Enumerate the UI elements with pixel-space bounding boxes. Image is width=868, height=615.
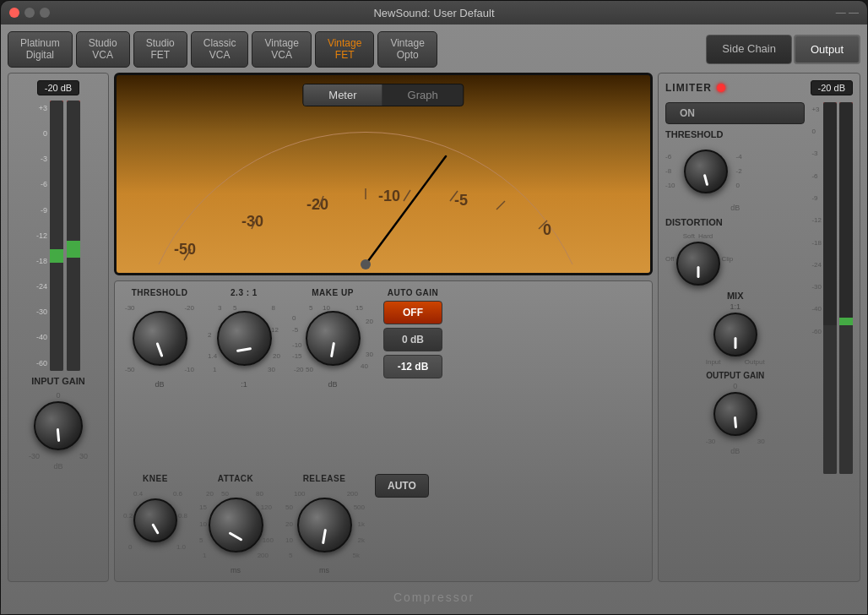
knee-knob[interactable]	[133, 498, 177, 542]
vu-arc-svg: -50 -30 -20 -10 -5 0	[117, 104, 615, 273]
main-window: NewSound: User Default — — PlatinumDigit…	[0, 0, 868, 615]
side-chain-button[interactable]: Side Chain	[706, 35, 792, 64]
input-gain-knob[interactable]	[34, 401, 83, 450]
threshold-control: THRESHOLD -30 -20 -50 -10	[122, 288, 198, 389]
titlebar: NewSound: User Default — —	[1, 1, 867, 24]
auto-gain-off-btn[interactable]: OFF	[383, 301, 442, 324]
input-meter-wrapper: +3 0 -3 -6 -9 -12 -18 -24 -30 -40 -60	[36, 101, 80, 371]
vu-meter-tabs: Meter Graph	[302, 84, 464, 106]
svg-text:-5: -5	[454, 192, 468, 209]
svg-line-14	[366, 156, 446, 264]
attack-knob[interactable]	[209, 498, 263, 552]
output-button[interactable]: Output	[794, 35, 860, 64]
mix-label: MIX	[727, 291, 744, 301]
left-panel: -20 dB +3 0 -3 -6 -9 -12 -18 -24 -30 -40…	[8, 73, 109, 582]
right-meter-scale: +3 0 -3 -6 -9 -12 -18 -24 -30 -40 -60	[811, 102, 822, 339]
limiter-on-btn[interactable]: ON	[665, 102, 805, 124]
window-controls	[9, 8, 50, 18]
input-meter-scale: +3 0 -3 -6 -9 -12 -18 -24 -30 -40 -60	[36, 101, 47, 371]
threshold-label: THRESHOLD	[132, 288, 188, 297]
ratio-knob[interactable]	[217, 311, 272, 366]
center-panel: Meter Graph -50 -30 -20 -10 -5	[114, 73, 653, 582]
input-gain-badge: -20 dB	[37, 80, 79, 95]
auto-btn-wrap: AUTO	[375, 474, 429, 511]
tab-vintage-opto[interactable]: VintageOpto	[377, 31, 437, 68]
makeup-knob-wrap: 5 10 15 20 30 40 50 0 -5 -10	[290, 301, 375, 377]
knee-knob-wrap: 0.4 0.6 0.2 0.8 0 1.0	[122, 487, 189, 554]
top-controls-row: THRESHOLD -30 -20 -50 -10	[122, 288, 645, 467]
ratio-control: 2.3 : 1 3 5 8 12 20 30 2 1.4	[206, 288, 282, 389]
limiter-led	[717, 84, 725, 92]
tab-vintage-fet[interactable]: VintageFET	[315, 31, 374, 68]
knee-label: KNEE	[143, 474, 168, 483]
output-gain-section: OUTPUT GAIN 0 -30 30 dB	[665, 371, 805, 455]
release-control: RELEASE 100 200 500 1k 2k 5k 50 20	[282, 474, 366, 574]
makeup-label: MAKE UP	[312, 288, 354, 297]
vu-tab-graph[interactable]: Graph	[382, 84, 464, 106]
tab-vintage-vca[interactable]: VintageVCA	[252, 31, 311, 68]
distortion-label: DISTORTION	[665, 217, 805, 227]
mix-section: MIX 1:1 Input Output	[665, 291, 805, 366]
output-gain-knob[interactable]	[713, 392, 757, 436]
mix-knob[interactable]	[713, 313, 757, 356]
tab-classic-vca[interactable]: ClassicVCA	[191, 31, 249, 68]
minimize-btn[interactable]	[24, 8, 35, 18]
attack-label: ATTACK	[218, 474, 254, 483]
release-label: RELEASE	[303, 474, 346, 483]
release-knob[interactable]	[297, 498, 352, 552]
svg-line-12	[496, 201, 505, 210]
auto-gain-label: AUTO GAIN	[388, 288, 438, 297]
auto-gain-0db-btn[interactable]: 0 dB	[383, 328, 442, 351]
tab-platinum-digital[interactable]: PlatinumDigital	[8, 31, 73, 68]
bottom-controls-row: KNEE 0.4 0.6 0.2 0.8 0 1.0	[122, 474, 645, 574]
attack-knob-wrap: 20 50 80 120 160 200 15 10 5 1	[198, 487, 274, 563]
input-gain-knob-area: 0 -30 30 dB	[29, 391, 88, 471]
svg-text:-20: -20	[307, 196, 328, 213]
maximize-btn[interactable]	[40, 8, 50, 18]
right-meter-bar-r	[839, 102, 853, 474]
threshold-knob[interactable]	[133, 311, 187, 366]
attack-control: ATTACK 20 50 80 120 160 200 15 10	[198, 474, 274, 574]
close-btn[interactable]	[9, 8, 19, 18]
footer-label: Compressor	[8, 587, 860, 607]
controls-area: THRESHOLD -30 -20 -50 -10	[114, 280, 653, 582]
input-meter-bar-left	[50, 101, 63, 371]
controls-inner: THRESHOLD -30 -20 -50 -10	[122, 288, 645, 574]
side-chain-output: Side Chain Output	[706, 35, 860, 64]
ratio-knob-wrap: 3 5 8 12 20 30 2 1.4 1	[206, 301, 282, 377]
window-title: NewSound: User Default	[373, 7, 494, 19]
makeup-knob[interactable]	[306, 311, 361, 366]
preset-row: PlatinumDigital StudioVCA StudioFET Clas…	[8, 31, 860, 68]
distortion-knob[interactable]	[676, 242, 720, 286]
svg-text:-50: -50	[174, 241, 196, 258]
vu-tab-meter[interactable]: Meter	[303, 84, 382, 106]
threshold-knob-wrap: -30 -20 -50 -10	[122, 301, 198, 377]
input-gain-label: INPUT GAIN	[31, 376, 85, 386]
preset-tabs: PlatinumDigital StudioVCA StudioFET Clas…	[8, 31, 437, 68]
title-right-icon: — —	[836, 7, 859, 19]
content-area: -20 dB +3 0 -3 -6 -9 -12 -18 -24 -30 -40…	[8, 73, 860, 582]
limiter-threshold-label: THRESHOLD	[665, 129, 805, 139]
tab-studio-fet[interactable]: StudioFET	[133, 31, 187, 68]
right-meter-bar-l	[823, 102, 837, 474]
ratio-label: 2.3 : 1	[231, 288, 258, 297]
limiter-label: LIMITER	[665, 82, 712, 94]
svg-point-15	[361, 259, 371, 269]
release-knob-wrap: 100 200 500 1k 2k 5k 50 20 10 5	[282, 487, 366, 563]
input-meter-bar-right	[67, 101, 80, 371]
main-body: PlatinumDigital StudioVCA StudioFET Clas…	[1, 24, 867, 614]
svg-line-10	[404, 190, 410, 201]
vu-inner: Meter Graph -50 -30 -20 -10 -5	[117, 75, 650, 273]
makeup-control: MAKE UP 5 10 15 20 30 40 50 0	[290, 288, 375, 389]
auto-button[interactable]: AUTO	[375, 474, 429, 498]
right-panel: LIMITER -20 dB ON THRESHOLD -6	[658, 73, 860, 582]
auto-gain-12db-btn[interactable]: -12 dB	[383, 355, 442, 378]
right-meter-panel: +3 0 -3 -6 -9 -12 -18 -24 -30 -40 -60	[811, 102, 853, 474]
auto-gain-section: AUTO GAIN OFF 0 dB -12 dB	[383, 288, 442, 378]
right-meter-badge: -20 dB	[811, 80, 853, 95]
knee-control: KNEE 0.4 0.6 0.2 0.8 0 1.0	[122, 474, 189, 554]
tab-studio-vca[interactable]: StudioVCA	[76, 31, 130, 68]
svg-text:-10: -10	[378, 188, 400, 204]
vu-display: Meter Graph -50 -30 -20 -10 -5	[114, 73, 653, 275]
limiter-threshold-knob[interactable]	[684, 150, 728, 193]
